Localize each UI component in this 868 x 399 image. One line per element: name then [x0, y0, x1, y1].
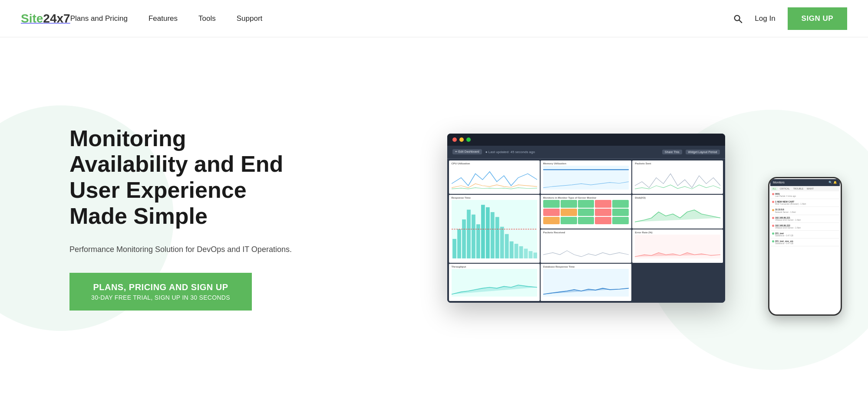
monitor-block	[578, 209, 594, 216]
svg-rect-16	[509, 242, 513, 258]
phone-title: Monitors	[773, 181, 785, 184]
monitor-block	[578, 217, 594, 224]
cta-main-label: PLANS, PRICING AND SIGN UP	[89, 282, 233, 292]
error-rate-title: Error Rate (%)	[635, 231, 720, 234]
db-response-panel: Database Response Time	[541, 264, 631, 301]
disk-io-title: Disk(I/O)	[635, 196, 720, 199]
phone-list-item[interactable]: 10.10.8.6Network Server - 1 Alert	[770, 207, 840, 215]
navbar: Site24x7 Plans and Pricing Features Tool…	[0, 0, 868, 37]
svg-rect-10	[481, 205, 485, 259]
phone-list-item[interactable]: 192.168.86.222VMware ESXi Server - 1 Ale…	[770, 223, 840, 231]
cta-sub-label: 30-DAY FREE TRIAL, SIGN UP IN 30 SECONDS	[89, 294, 233, 301]
monitor-block	[612, 200, 629, 207]
phone-tab-all[interactable]: ALL	[771, 187, 778, 190]
throughput-title: Throughput	[452, 265, 537, 268]
svg-rect-18	[519, 246, 523, 258]
monitor-block	[561, 209, 577, 216]
hero-content: Monitoring Availability and End User Exp…	[0, 100, 868, 337]
cta-button[interactable]: PLANS, PRICING AND SIGN UP 30-DAY FREE T…	[69, 273, 252, 311]
nav-item-features[interactable]: Features	[149, 14, 178, 23]
phone-tab-critical[interactable]: CRITICAL	[779, 187, 791, 190]
svg-rect-11	[485, 207, 489, 258]
monitor-block	[595, 209, 611, 216]
phone-tab-maintenance[interactable]: MAINT	[805, 187, 815, 190]
phone-list-item[interactable]: 1 NEW-NEW CARTWeb Transaction (Browser) …	[770, 199, 840, 207]
svg-line-1	[739, 20, 742, 23]
hero-subtitle: Performance Monitoring Solution for DevO…	[69, 243, 304, 256]
dashboard-toolbar: ✏ Edit Dashboard ● Last updated: 45 seco…	[447, 146, 725, 159]
svg-rect-12	[490, 212, 494, 258]
disk-io-panel: Disk(I/O)	[632, 195, 723, 228]
widget-layout-btn: Widget Layout Period	[686, 150, 720, 154]
cpu-panel: CPU Utilization	[449, 160, 540, 194]
cpu-title: CPU Utilization	[452, 162, 537, 165]
packets-received-title: Packets Received	[543, 231, 629, 234]
expand-dot	[466, 137, 471, 142]
monitor-grid	[543, 200, 629, 224]
phone-list-item[interactable]: 192.168.86.221VMware ESXi Server - 1 Ale…	[770, 215, 840, 223]
db-response-title: Database Response Time	[543, 265, 629, 268]
svg-rect-14	[500, 227, 504, 258]
phone-screen: Monitors 🔍 🔔 ALL CRITICAL TROUBLE MAINT …	[769, 178, 841, 314]
nav-item-plans[interactable]: Plans and Pricing	[70, 14, 128, 23]
svg-rect-9	[476, 225, 480, 259]
share-btn: Share This	[662, 150, 682, 154]
svg-rect-5	[457, 229, 461, 258]
phone-list-item[interactable]: 221_testSalesforce - 0.47 GB	[770, 231, 840, 239]
svg-rect-20	[528, 251, 532, 258]
last-updated: ● Last updated: 45 seconds ago	[485, 150, 535, 154]
dashboard-mockup: ✏ Edit Dashboard ● Last updated: 45 seco…	[447, 134, 725, 303]
monitor-block	[561, 200, 577, 207]
nav-links: Plans and Pricing Features Tools Support	[70, 14, 733, 23]
memory-panel: Memory Utilization	[541, 160, 631, 194]
titlebar	[447, 134, 725, 146]
monitor-block	[612, 209, 629, 216]
monitor-type-panel: Monitors in Monitor Type of Server Monit…	[541, 195, 631, 228]
edit-dashboard-btn: ✏ Edit Dashboard	[452, 149, 482, 154]
svg-rect-6	[462, 219, 466, 258]
error-rate-panel: Error Rate (%)	[632, 229, 723, 263]
monitor-block	[595, 217, 611, 224]
monitor-block	[561, 217, 577, 224]
packets-sent-title: Packets Sent	[635, 162, 720, 165]
search-icon[interactable]	[733, 14, 743, 23]
phone-list-item[interactable]: 0001Last Packet: 4 mins ago	[770, 191, 840, 199]
monitor-block	[543, 209, 560, 216]
svg-rect-15	[505, 234, 508, 258]
hero-title: Monitoring Availability and End User Exp…	[69, 126, 304, 229]
chart-grid: CPU Utilization Memory Utilization	[447, 159, 725, 303]
phone-list: 0001Last Packet: 4 mins ago1 NEW-NEW CAR…	[770, 191, 840, 246]
login-button[interactable]: Log In	[755, 14, 775, 23]
svg-rect-21	[533, 253, 537, 258]
phone-tabs: ALL CRITICAL TROUBLE MAINT	[770, 186, 840, 191]
logo[interactable]: Site24x7	[21, 12, 70, 26]
phone-tab-trouble[interactable]: TROUBLE	[792, 187, 805, 190]
close-dot	[452, 137, 457, 142]
svg-rect-8	[472, 215, 475, 258]
monitor-block	[612, 217, 629, 224]
phone-icons: 🔍 🔔	[828, 181, 837, 184]
packets-sent-panel: Packets Sent	[632, 160, 723, 194]
nav-item-tools[interactable]: Tools	[198, 14, 216, 23]
monitor-block	[595, 200, 611, 207]
monitor-block	[543, 217, 560, 224]
nav-actions: Log In SIGN UP	[733, 7, 847, 30]
packets-received-panel: Packets Received	[541, 229, 631, 263]
svg-rect-19	[524, 249, 528, 258]
monitor-type-title: Monitors in Monitor Type of Server Monit…	[543, 196, 629, 199]
throughput-panel: Throughput	[449, 264, 540, 301]
monitor-block	[578, 200, 594, 207]
monitor-block	[543, 200, 560, 207]
nav-item-support[interactable]: Support	[237, 14, 263, 23]
hero-section: Monitoring Availability and End User Exp…	[0, 37, 868, 399]
svg-rect-7	[467, 210, 471, 258]
hero-text: Monitoring Availability and End User Exp…	[69, 126, 304, 311]
phone-list-item[interactable]: 221_test_one_vmSalesforce - 0.47 GB	[770, 239, 840, 246]
hero-image: ✏ Edit Dashboard ● Last updated: 45 seco…	[339, 134, 833, 303]
svg-rect-13	[495, 217, 499, 259]
phone-header: Monitors 🔍 🔔	[770, 179, 840, 186]
response-time-title: Response Time	[452, 196, 537, 199]
signup-button[interactable]: SIGN UP	[788, 7, 847, 30]
memory-title: Memory Utilization	[543, 162, 629, 165]
svg-rect-17	[514, 244, 518, 259]
